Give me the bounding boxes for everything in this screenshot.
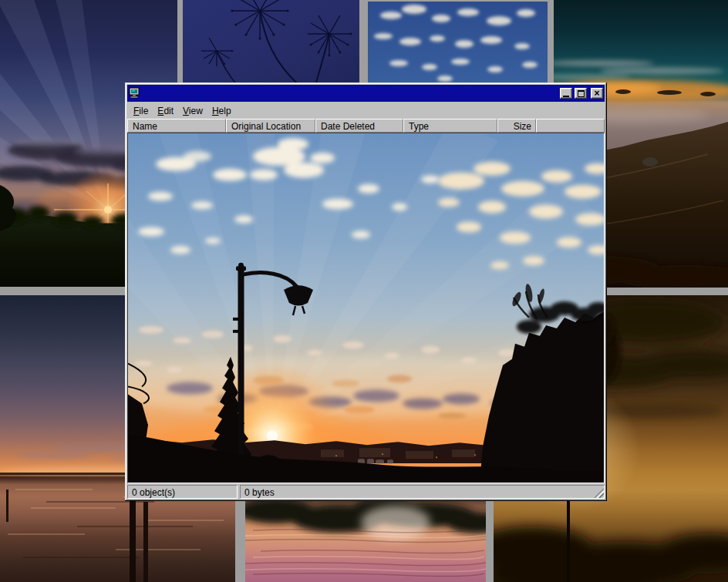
- menu-edit[interactable]: Edit: [153, 104, 178, 118]
- recycle-bin-window: × File Edit View Help Name Original Loca…: [125, 82, 607, 501]
- list-view-area[interactable]: [127, 133, 605, 483]
- status-bar: 0 object(s) 0 bytes: [127, 485, 605, 499]
- computer-icon[interactable]: [129, 87, 141, 99]
- column-header-size[interactable]: Size: [497, 119, 536, 133]
- column-header-name[interactable]: Name: [127, 119, 226, 133]
- column-header-original-location[interactable]: Original Location: [226, 119, 315, 133]
- column-header-type[interactable]: Type: [403, 119, 497, 133]
- maximize-button[interactable]: [575, 88, 587, 99]
- minimize-icon: [563, 96, 569, 97]
- status-object-count: 0 object(s): [127, 485, 238, 499]
- maximize-icon: [578, 90, 585, 97]
- menu-bar: File Edit View Help: [127, 102, 605, 119]
- menu-view[interactable]: View: [178, 104, 207, 118]
- sunset-streetlamp-image: [128, 133, 604, 483]
- column-header-empty: [536, 119, 605, 133]
- menu-file[interactable]: File: [129, 104, 153, 118]
- column-header-row: Name Original Location Date Deleted Type…: [127, 119, 605, 133]
- titlebar[interactable]: ×: [127, 85, 605, 102]
- close-button[interactable]: ×: [591, 88, 603, 99]
- close-icon: ×: [594, 89, 599, 97]
- minimize-button[interactable]: [560, 88, 572, 99]
- column-header-date-deleted[interactable]: Date Deleted: [315, 119, 403, 133]
- menu-help[interactable]: Help: [207, 104, 236, 118]
- status-byte-count: 0 bytes: [240, 485, 605, 499]
